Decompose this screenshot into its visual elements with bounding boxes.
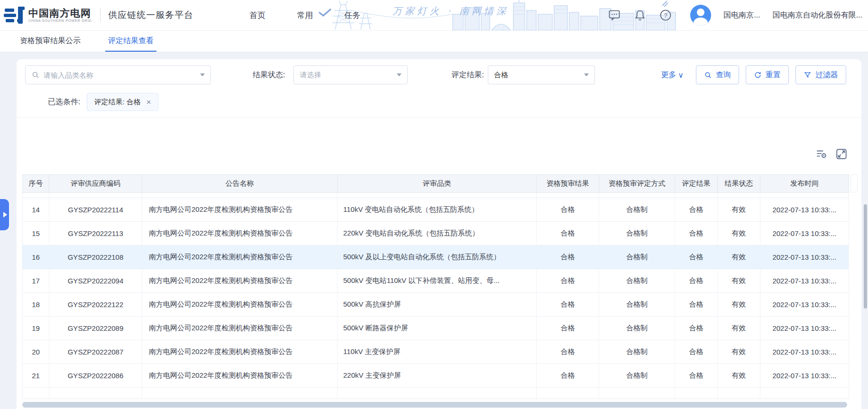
column-settings-icon[interactable] [815, 147, 828, 161]
selected-conditions-row: 已选条件: 评定结果: 合格 × [25, 93, 854, 111]
cell-category: 110kV 变电站自动化系统（包括五防系统） [338, 198, 537, 222]
nav-item[interactable]: 常用 [297, 10, 313, 21]
selected-conditions-label: 已选条件: [48, 97, 80, 107]
cell-category: 110kV 主变保护屏 [338, 340, 537, 364]
drawer-toggle[interactable] [0, 199, 9, 230]
cell-seq: 16 [23, 245, 49, 269]
column-header: 序号 [23, 175, 49, 193]
reset-button[interactable]: 重置 [746, 65, 789, 84]
table-scrollbar-gutter [850, 174, 858, 192]
tab[interactable]: 评定结果查看 [105, 31, 156, 52]
funnel-icon [804, 71, 812, 79]
cell-result-status: 有效 [718, 293, 760, 317]
table-horizontal-scrollbar[interactable] [22, 402, 847, 408]
cell-supplier-code: GYSZP20222108 [49, 245, 142, 269]
column-header: 发布时间 [760, 175, 849, 193]
brand-title: 中国南方电网 [28, 8, 91, 18]
tab[interactable]: 资格预审结果公示 [17, 31, 83, 52]
table-row[interactable]: 18 GYSZP20222122 南方电网公司2022年度检测机构资格预审公告 … [23, 293, 849, 317]
cell-eval-method: 合格制 [599, 198, 675, 222]
table-row[interactable]: 16 GYSZP20222108 南方电网公司2022年度检测机构资格预审公告 … [23, 245, 849, 269]
app-header: 万家灯火 · 南网情深 中国南方电网 CHINA SOUTHERN POWER … [0, 0, 868, 30]
results-table-wrap: 序号评审供应商编码公告名称评审品类资格预审结果资格预审评定方式评定结果结果状态发… [22, 174, 849, 399]
nav-item[interactable]: 任务 [344, 10, 360, 21]
category-search-select[interactable] [25, 65, 211, 84]
cell-eval-result: 合格 [675, 317, 718, 340]
cell-eval-method: 合格制 [599, 293, 675, 317]
cell-supplier-code: GYSZP20222089 [49, 317, 142, 340]
cell-seq: 18 [23, 293, 49, 317]
messages-icon[interactable] [608, 9, 621, 22]
column-header: 评定结果 [675, 175, 718, 193]
notifications-bell-icon[interactable] [633, 9, 647, 22]
table-row[interactable]: 20 GYSZP20222087 南方电网公司2022年度检测机构资格预审公告 … [23, 340, 849, 364]
main-content: 结果状态: 请选择 评定结果: 合格 更多 ∨ 查询 [0, 52, 868, 409]
tab-bar: 资格预审结果公示 评定结果查看 [0, 30, 868, 52]
cell-supplier-code: GYSZP20222086 [49, 364, 142, 388]
cell-eval-method: 合格制 [599, 269, 675, 293]
table-row[interactable]: 21 GYSZP20222086 南方电网公司2022年度检测机构资格预审公告 … [23, 364, 849, 388]
cell-eval-method: 合格制 [599, 222, 675, 245]
cell-category: 220kV 主变保护屏 [338, 364, 537, 388]
svg-text:?: ? [664, 12, 667, 19]
cell-seq: 14 [23, 198, 49, 222]
cell-notice-name: 南方电网公司2022年度检测机构资格预审公告 [142, 245, 338, 269]
cell-result-status: 有效 [718, 269, 760, 293]
clipped-row-top [23, 193, 849, 198]
tab-label: 资格预审结果公示 [20, 36, 81, 46]
cell-eval-method: 合格制 [599, 245, 675, 269]
table-row[interactable]: 15 GYSZP20222113 南方电网公司2022年度检测机构资格预审公告 … [23, 222, 849, 245]
search-icon [704, 71, 712, 79]
column-header: 资格预审结果 [537, 175, 599, 193]
page-scrollbar-thumb[interactable] [864, 204, 867, 309]
cell-eval-method: 合格制 [599, 317, 675, 340]
query-button[interactable]: 查询 [696, 65, 739, 84]
more-filters-link[interactable]: 更多 ∨ [661, 70, 684, 80]
filter-button[interactable]: 过滤器 [795, 65, 846, 84]
table-row[interactable]: 19 GYSZP20222089 南方电网公司2022年度检测机构资格预审公告 … [23, 317, 849, 340]
cell-eval-result: 合格 [675, 245, 718, 269]
results-panel: 结果状态: 请选择 评定结果: 合格 更多 ∨ 查询 [17, 59, 861, 409]
cell-supplier-code: GYSZP20222094 [49, 269, 142, 293]
cell-prequal-result: 合格 [537, 340, 599, 364]
user-name[interactable]: 国电南京... [723, 10, 760, 20]
column-header: 评审供应商编码 [49, 175, 142, 193]
chevron-down-icon: ∨ [678, 71, 684, 80]
table-row[interactable]: 17 GYSZP20222094 南方电网公司2022年度检测机构资格预审公告 … [23, 269, 849, 293]
close-icon[interactable]: × [146, 98, 151, 106]
more-label: 更多 [661, 70, 676, 80]
cell-notice-name: 南方电网公司2022年度检测机构资格预审公告 [142, 198, 338, 222]
cell-result-status: 有效 [718, 198, 760, 222]
cell-notice-name: 南方电网公司2022年度检测机构资格预审公告 [142, 269, 338, 293]
result-select-value: 合格 [494, 71, 584, 80]
cell-result-status: 有效 [718, 222, 760, 245]
company-name[interactable]: 国电南京自动化股份有限... [773, 10, 862, 20]
table-row[interactable]: 14 GYSZP20222114 南方电网公司2022年度检测机构资格预审公告 … [23, 198, 849, 222]
chevron-down-icon [397, 73, 402, 76]
table-toolbar [17, 147, 848, 161]
refresh-icon [754, 71, 762, 79]
cell-notice-name: 南方电网公司2022年度检测机构资格预审公告 [142, 317, 338, 340]
cell-publish-time: 2022-07-13 10:33:... [760, 222, 849, 245]
column-header: 结果状态 [718, 175, 760, 193]
nav-item[interactable]: 首页 [249, 10, 265, 21]
cell-result-status: 有效 [718, 364, 760, 388]
cell-eval-result: 合格 [675, 293, 718, 317]
cell-supplier-code: GYSZP20222113 [49, 222, 142, 245]
reset-button-label: 重置 [766, 70, 781, 80]
filter-chip-text: 评定结果: 合格 [94, 98, 140, 107]
category-search-input[interactable] [44, 71, 196, 79]
cell-eval-result: 合格 [675, 340, 718, 364]
status-select[interactable]: 请选择 [293, 65, 408, 84]
section-divider [17, 117, 861, 118]
help-icon[interactable]: ? [659, 9, 672, 22]
fullscreen-expand-icon[interactable] [835, 147, 848, 161]
result-select[interactable]: 合格 [488, 65, 595, 84]
cell-supplier-code: GYSZP20222122 [49, 293, 142, 317]
status-select-value: 请选择 [300, 71, 397, 80]
cell-publish-time: 2022-07-13 10:33:... [760, 340, 849, 364]
filter-chip: 评定结果: 合格 × [87, 93, 158, 111]
cell-publish-time: 2022-07-13 10:33:... [760, 293, 849, 317]
user-avatar[interactable] [690, 5, 711, 26]
cell-publish-time: 2022-07-13 10:33:... [760, 245, 849, 269]
